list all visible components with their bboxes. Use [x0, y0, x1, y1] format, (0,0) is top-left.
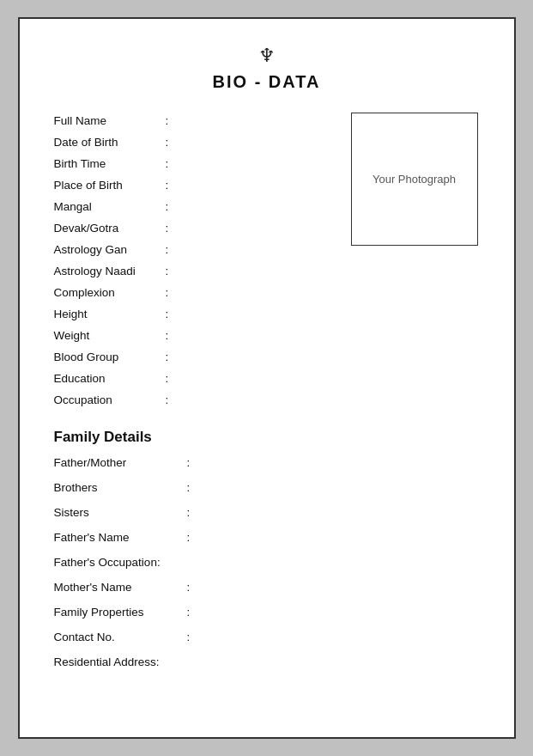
personal-fields-column: Full Name:Date of Birth:Birth Time:Place… — [54, 113, 334, 413]
photo-column: Your Photograph — [351, 113, 480, 413]
field-colon: : — [166, 243, 169, 256]
field-label: Weight — [54, 329, 166, 342]
field-value — [175, 284, 333, 296]
field-value — [175, 134, 333, 146]
family-fields: Father/Mother:Brothers:Sisters:Father's … — [54, 456, 480, 668]
field-colon: : — [166, 179, 169, 192]
family-field-colon: : — [187, 531, 191, 544]
field-value — [175, 392, 333, 404]
field-row: Mangal: — [54, 198, 334, 213]
page-container: ♆ BIO - DATA Full Name:Date of Birth:Bir… — [18, 17, 516, 739]
photo-label: Your Photograph — [372, 173, 456, 186]
family-field-label: Contact No. — [54, 631, 187, 643]
family-field-row: Family Properties: — [54, 606, 480, 619]
field-row: Astrology Gan: — [54, 241, 334, 256]
field-row: Education: — [54, 370, 334, 385]
family-field-colon: : — [187, 631, 191, 643]
field-label: Complexion — [54, 286, 166, 299]
field-value — [175, 198, 333, 210]
field-colon: : — [166, 393, 169, 406]
field-colon: : — [166, 222, 169, 235]
field-value — [175, 113, 333, 125]
family-field-row: Contact No.: — [54, 631, 480, 643]
field-value — [175, 177, 333, 189]
field-value — [175, 220, 333, 232]
family-field-label: Father/Mother — [54, 456, 187, 469]
field-label: Devak/Gotra — [54, 222, 166, 235]
family-field-row: Sisters: — [54, 506, 480, 519]
field-value — [175, 155, 333, 168]
field-label: Height — [54, 308, 166, 320]
field-colon: : — [166, 351, 169, 363]
field-row: Astrology Naadi: — [54, 263, 334, 277]
family-section-title: Family Details — [54, 429, 480, 446]
field-row: Weight: — [54, 327, 334, 342]
field-row: Height: — [54, 306, 334, 320]
field-colon: : — [166, 265, 169, 277]
field-label: Astrology Naadi — [54, 265, 166, 277]
field-row: Complexion: — [54, 284, 334, 299]
field-value — [175, 349, 333, 361]
field-label: Astrology Gan — [54, 243, 166, 256]
field-colon: : — [166, 114, 169, 127]
field-row: Occupation: — [54, 392, 334, 406]
header-title: BIO - DATA — [213, 72, 321, 92]
field-value — [175, 306, 333, 318]
header: ♆ BIO - DATA — [54, 45, 480, 92]
field-colon: : — [166, 157, 169, 170]
field-colon: : — [166, 308, 169, 320]
field-row: Devak/Gotra: — [54, 220, 334, 235]
field-colon: : — [166, 200, 169, 213]
family-field-colon: : — [187, 506, 191, 519]
field-colon: : — [166, 329, 169, 342]
field-row: Birth Time: — [54, 155, 334, 170]
family-field-label: Brothers — [54, 481, 187, 494]
family-field-colon: : — [187, 481, 191, 494]
family-field-row: Father's Occupation: — [54, 556, 480, 569]
family-field-colon: : — [187, 456, 191, 469]
field-label: Place of Birth — [54, 179, 166, 192]
family-field-row: Father/Mother: — [54, 456, 480, 469]
field-row: Full Name: — [54, 113, 334, 127]
field-label: Blood Group — [54, 351, 166, 363]
field-colon: : — [166, 136, 169, 149]
field-colon: : — [166, 286, 169, 299]
family-field-row: Father's Name: — [54, 531, 480, 544]
family-field-label: Sisters — [54, 506, 187, 519]
field-value — [175, 370, 333, 382]
field-row: Blood Group: — [54, 349, 334, 363]
field-colon: : — [166, 372, 169, 385]
header-icon: ♆ — [258, 45, 276, 67]
field-row: Place of Birth: — [54, 177, 334, 192]
family-field-label: Mother's Name — [54, 581, 187, 594]
family-field-label: Father's Occupation: — [54, 556, 187, 569]
family-field-colon: : — [187, 606, 191, 619]
family-field-label: Family Properties — [54, 606, 187, 619]
family-field-row: Mother's Name: — [54, 581, 480, 594]
field-label: Full Name — [54, 114, 166, 127]
photo-box: Your Photograph — [351, 113, 478, 246]
field-label: Mangal — [54, 200, 166, 213]
family-field-row: Residential Address: — [54, 655, 480, 668]
field-value — [175, 263, 333, 275]
field-label: Occupation — [54, 393, 166, 406]
family-field-row: Brothers: — [54, 481, 480, 494]
field-value — [175, 241, 333, 253]
field-row: Date of Birth: — [54, 134, 334, 149]
field-value — [175, 327, 333, 339]
family-field-label: Residential Address: — [54, 655, 187, 668]
main-content: Full Name:Date of Birth:Birth Time:Place… — [54, 113, 480, 413]
field-label: Birth Time — [54, 157, 166, 170]
family-field-label: Father's Name — [54, 531, 187, 544]
family-field-colon: : — [187, 581, 191, 594]
field-label: Date of Birth — [54, 136, 166, 149]
field-label: Education — [54, 372, 166, 385]
family-section: Family Details Father/Mother:Brothers:Si… — [54, 429, 480, 668]
